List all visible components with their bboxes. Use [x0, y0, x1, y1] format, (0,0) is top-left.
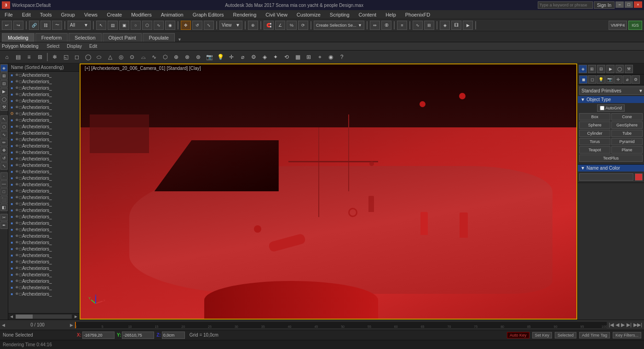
eye-icon-1[interactable]: 👁	[15, 73, 19, 77]
spinner-snap-toggle[interactable]: ⟳	[298, 21, 308, 30]
loft-icon[interactable]: ⊗	[182, 52, 192, 62]
tube-icon[interactable]: ⊙	[127, 52, 137, 62]
fence-select-button[interactable]: ⬡	[142, 21, 152, 30]
vis-icon-1[interactable]: ◻	[19, 73, 22, 77]
vis-icon-12[interactable]: ◻	[19, 144, 22, 148]
dynamics-icon[interactable]: ⟲	[282, 52, 292, 62]
rp-modify-icon[interactable]: ⊞	[588, 65, 596, 73]
percent-snap-toggle[interactable]: %	[287, 21, 297, 30]
lasso-select-button[interactable]: ∿	[154, 21, 164, 30]
autokey-label[interactable]: Auto Key	[507, 332, 529, 338]
color-swatch[interactable]	[635, 173, 643, 181]
lt-vertex-btn[interactable]: ·	[0, 172, 8, 180]
z-coord-input[interactable]	[162, 332, 185, 339]
cone-icon[interactable]: △	[105, 52, 115, 62]
eye-icon-29[interactable]: 👁	[15, 253, 19, 257]
menu-animation[interactable]: Animation	[158, 11, 186, 18]
angle-snap-toggle[interactable]: ∠	[275, 21, 285, 30]
eye-icon-33[interactable]: 👁	[15, 279, 19, 283]
paint-select-button[interactable]: ◉	[165, 21, 175, 30]
freeze-icon[interactable]: ❄	[50, 52, 60, 62]
vis-icon-17[interactable]: ◻	[19, 176, 22, 180]
rp-light-icon[interactable]: 💡	[597, 75, 605, 84]
subtab-display[interactable]: Display	[63, 43, 86, 49]
select-by-name-button[interactable]: ▤	[108, 21, 118, 30]
material-editor[interactable]: ◈	[440, 21, 450, 30]
lt-paint-btn[interactable]: ✏	[0, 139, 8, 146]
hierarchy-icon[interactable]: ⊞	[35, 52, 45, 62]
boolean-icon[interactable]: ⊕	[171, 52, 181, 62]
eye-icon-22[interactable]: 👁	[15, 208, 19, 212]
grid-icon[interactable]: ⊞	[304, 52, 314, 62]
eye-icon-6[interactable]: 👁	[15, 105, 19, 109]
help-icon[interactable]: ?	[337, 52, 347, 62]
vis-icon-34[interactable]: ◻	[19, 286, 22, 290]
pivot-button[interactable]: ⊕	[248, 21, 258, 30]
vis-icon-19[interactable]: ◻	[19, 189, 22, 193]
eye-icon-27[interactable]: 👁	[15, 240, 19, 245]
rp-geo-icon[interactable]: ◼	[579, 75, 587, 84]
scene-scroll-right[interactable]: ▶	[73, 314, 79, 320]
minimize-button[interactable]: −	[615, 1, 624, 8]
reference-coord-dropdown[interactable]: View ▼	[219, 21, 242, 30]
eye-icon-20[interactable]: 👁	[15, 195, 19, 200]
eye-icon-34[interactable]: 👁	[15, 286, 19, 290]
light-icon[interactable]: 💡	[215, 52, 225, 62]
compound-icon[interactable]: ◈	[259, 52, 270, 62]
eye-icon-11[interactable]: 👁	[15, 137, 19, 142]
lt-scale-btn[interactable]: ⤡	[0, 162, 8, 170]
lt-knife-btn[interactable]: ✂	[0, 214, 8, 221]
set-key-button[interactable]: Set Key	[532, 332, 552, 338]
select-scale-button[interactable]: ⤡	[204, 21, 214, 30]
cylinder-button[interactable]: Cylinder	[579, 130, 610, 137]
vis-icon-20[interactable]: ◻	[19, 195, 22, 200]
play-btn[interactable]: ▶	[621, 322, 625, 328]
select-object-button[interactable]: ↖	[96, 21, 106, 30]
lt-display-btn[interactable]: ◯	[0, 96, 8, 103]
eye-icon-7[interactable]: 👁	[15, 112, 19, 116]
vis-icon-11[interactable]: ◻	[19, 137, 22, 142]
vis-icon-7[interactable]: ◻	[19, 112, 22, 116]
eye-icon-17[interactable]: 👁	[15, 176, 19, 180]
sign-in-button[interactable]: Sign In	[594, 1, 615, 9]
sub-obj-icon[interactable]: ⊛	[193, 52, 203, 62]
tab-populate[interactable]: Populate	[143, 33, 174, 42]
menu-phoenixfd[interactable]: PhoenixFD	[402, 11, 433, 18]
rp-system-icon[interactable]: ⚙	[632, 75, 640, 84]
lt-lasso-btn[interactable]: ∿	[0, 131, 8, 138]
eye-icon-5[interactable]: 👁	[15, 99, 19, 103]
helper-icon[interactable]: ✛	[226, 52, 236, 62]
menu-customize[interactable]: Customize	[294, 11, 323, 18]
rp-motion-icon[interactable]: ▶	[606, 65, 615, 73]
rp-utilities-icon[interactable]: ⚒	[625, 65, 633, 73]
lt-select-btn[interactable]: ↖	[0, 115, 8, 123]
vis-icon-23[interactable]: ◻	[19, 215, 22, 219]
create-selection-set[interactable]: Create Selection Se... ▼	[314, 21, 364, 30]
rp-helper-icon[interactable]: ✛	[614, 75, 622, 84]
link-button[interactable]: 🔗	[29, 21, 39, 30]
search-input[interactable]	[538, 1, 593, 9]
mirror-button[interactable]: ⇔	[370, 21, 380, 30]
torus-icon[interactable]: ◎	[116, 52, 126, 62]
vis-icon-29[interactable]: ◻	[19, 253, 22, 257]
vis-icon-33[interactable]: ◻	[19, 279, 22, 283]
close-button[interactable]: ×	[634, 1, 642, 8]
vis-icon-6[interactable]: ◻	[19, 105, 22, 109]
autogrid-checkbox-area[interactable]: AutoGrid	[597, 104, 625, 112]
select-rotate-button[interactable]: ↺	[192, 21, 202, 30]
vis-icon-21[interactable]: ◻	[19, 202, 22, 206]
vis-icon-22[interactable]: ◻	[19, 208, 22, 212]
menu-help[interactable]: Help	[383, 11, 399, 18]
lt-rotate-btn[interactable]: ↺	[0, 154, 8, 162]
vis-icon-9[interactable]: ◻	[19, 125, 22, 129]
vis-icon-15[interactable]: ◻	[19, 163, 22, 167]
lt-motion-btn[interactable]: ▶	[0, 88, 8, 95]
particle-icon[interactable]: ✦	[270, 52, 281, 62]
box-button[interactable]: Box	[579, 113, 610, 120]
vis-icon-2[interactable]: ◻	[19, 80, 22, 84]
eye-icon-32[interactable]: 👁	[15, 273, 19, 277]
rp-shape-icon[interactable]: ◻	[588, 75, 596, 84]
align-button[interactable]: ⦿	[381, 21, 391, 30]
lt-border-btn[interactable]: □	[0, 188, 8, 195]
plane-button[interactable]: Plane	[611, 146, 643, 154]
